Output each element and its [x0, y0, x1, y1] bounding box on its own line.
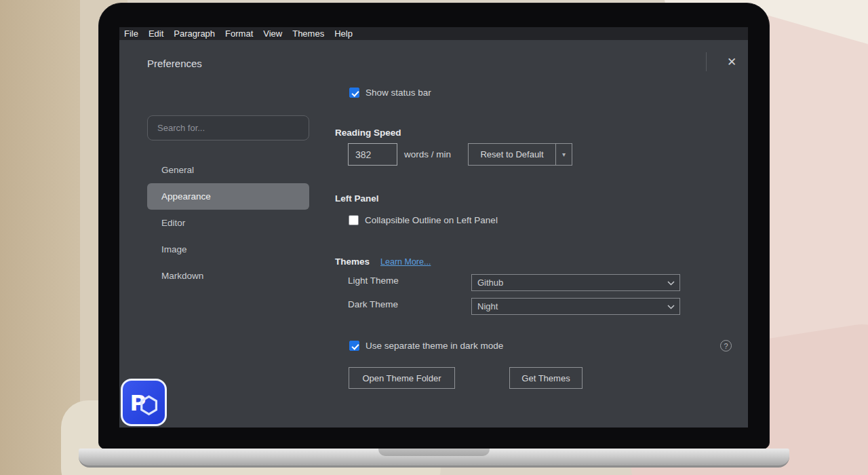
dialog-title: Preferences [147, 58, 202, 69]
sidebar-item-appearance[interactable]: Appearance [147, 183, 309, 210]
menu-view[interactable]: View [263, 28, 282, 39]
reset-dropdown-arrow-icon[interactable]: ▾ [556, 143, 572, 166]
menu-file[interactable]: File [124, 28, 138, 39]
logo-glyph: P [126, 385, 161, 420]
reading-speed-heading: Reading Speed [335, 128, 401, 138]
dark-theme-value: Night [477, 301, 498, 311]
sidebar: General Appearance Editor Image Markdown [147, 157, 309, 289]
sidebar-item-label: General [161, 165, 194, 175]
dark-theme-select[interactable]: Night [471, 298, 680, 315]
search-input[interactable] [147, 115, 309, 140]
dark-theme-label: Dark Theme [348, 299, 398, 309]
light-theme-label: Light Theme [348, 276, 399, 286]
separate-theme-label: Use separate theme in dark mode [366, 341, 503, 351]
app-logo-icon: P [121, 379, 167, 426]
reading-speed-input[interactable] [348, 143, 397, 166]
sidebar-item-editor[interactable]: Editor [147, 210, 309, 236]
get-themes-button[interactable]: Get Themes [509, 367, 583, 389]
menu-paragraph[interactable]: Paragraph [174, 28, 215, 39]
separate-theme-row: Use separate theme in dark mode [349, 341, 503, 351]
sidebar-item-image[interactable]: Image [147, 236, 309, 263]
collapsible-outline-label: Collapsible Outline on Left Panel [365, 215, 498, 225]
reset-to-default-button[interactable]: Reset to Default [468, 143, 556, 166]
menu-bar: File Edit Paragraph Format View Themes H… [119, 27, 748, 40]
help-icon[interactable]: ? [720, 340, 732, 352]
show-status-bar-row: Show status bar [349, 88, 431, 98]
menu-help[interactable]: Help [334, 28, 353, 39]
themes-heading-row: Themes Learn More... [335, 256, 431, 267]
reading-speed-unit: words / min [404, 149, 451, 159]
menu-edit[interactable]: Edit [149, 28, 163, 39]
light-theme-value: Github [477, 278, 503, 288]
sidebar-item-label: Appearance [161, 191, 211, 202]
collapsible-outline-checkbox[interactable] [349, 215, 359, 225]
sidebar-item-label: Image [161, 244, 187, 254]
chevron-down-icon [667, 301, 675, 311]
menu-format[interactable]: Format [225, 28, 253, 39]
show-status-bar-label: Show status bar [366, 88, 431, 98]
sidebar-item-markdown[interactable]: Markdown [147, 263, 309, 289]
separate-theme-checkbox[interactable] [349, 341, 359, 351]
learn-more-link[interactable]: Learn More... [380, 257, 431, 267]
open-theme-folder-button[interactable]: Open Theme Folder [349, 367, 455, 389]
sidebar-item-general[interactable]: General [147, 157, 309, 183]
light-theme-select[interactable]: Github [471, 274, 680, 291]
themes-heading: Themes [335, 256, 370, 267]
backdrop-band [0, 0, 80, 475]
laptop-base [79, 449, 789, 468]
collapsible-outline-row: Collapsible Outline on Left Panel [349, 215, 498, 225]
preferences-dialog: Preferences ✕ General Appearance Editor … [119, 40, 748, 428]
left-panel-heading: Left Panel [335, 193, 379, 204]
menu-themes[interactable]: Themes [292, 28, 324, 39]
laptop-screen: File Edit Paragraph Format View Themes H… [119, 27, 748, 428]
close-icon[interactable]: ✕ [722, 52, 742, 72]
chevron-down-icon [667, 278, 675, 288]
header-divider [706, 52, 707, 71]
sidebar-item-label: Markdown [161, 271, 203, 281]
show-status-bar-checkbox[interactable] [349, 88, 359, 98]
laptop-base-notch [378, 449, 490, 456]
sidebar-item-label: Editor [161, 218, 185, 228]
